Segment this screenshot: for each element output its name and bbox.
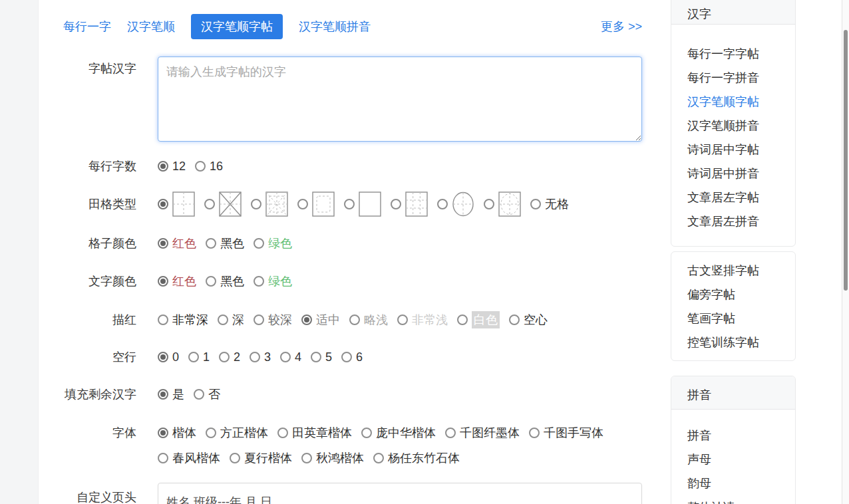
radio-option[interactable]: 12 xyxy=(158,158,186,174)
radio-option[interactable]: 千图纤墨体 xyxy=(445,425,520,441)
sidebar-item[interactable]: 每行一字字帖 xyxy=(687,42,795,66)
oval-grid-option[interactable] xyxy=(437,191,474,217)
radio-button[interactable] xyxy=(158,352,168,362)
hui-grid-option[interactable] xyxy=(297,191,335,217)
radio-option[interactable]: 庞中华楷体 xyxy=(361,425,436,441)
radio-button[interactable] xyxy=(254,276,264,287)
sidebar-item[interactable]: 每行一字拼音 xyxy=(687,66,795,90)
radio-button[interactable] xyxy=(349,315,360,325)
radio-option[interactable]: 5 xyxy=(311,349,332,365)
radio-option[interactable]: 黑色 xyxy=(206,235,244,251)
radio-button[interactable] xyxy=(250,352,260,362)
radio-button[interactable] xyxy=(158,453,168,463)
radio-option[interactable]: 16 xyxy=(195,158,223,174)
radio-button[interactable] xyxy=(206,238,216,249)
radio-option[interactable]: 0 xyxy=(158,349,179,365)
radio-button[interactable] xyxy=(158,315,168,325)
radio-option[interactable]: 4 xyxy=(280,349,301,365)
radio-button[interactable] xyxy=(361,428,372,438)
radio-button[interactable] xyxy=(254,315,264,325)
radio-option[interactable]: 秋鸿楷体 xyxy=(301,450,364,466)
radio-button[interactable] xyxy=(341,352,352,362)
radio-option[interactable]: 非常深 xyxy=(158,312,208,328)
radio-option[interactable]: 方正楷体 xyxy=(206,425,268,441)
sidebar-item[interactable]: 汉字笔顺字帖 xyxy=(687,90,795,114)
radio-button[interactable] xyxy=(301,315,312,325)
radio-button[interactable] xyxy=(529,428,540,438)
sidebar-item[interactable]: 文章居左字帖 xyxy=(687,186,795,209)
radio-option[interactable]: 空心 xyxy=(509,312,548,328)
radio-button[interactable] xyxy=(158,238,168,249)
radio-button[interactable] xyxy=(158,161,168,172)
radio-option[interactable]: 红色 xyxy=(158,235,196,251)
radio-button[interactable] xyxy=(251,199,261,209)
radio-option[interactable]: 深 xyxy=(218,312,244,328)
radio-option[interactable]: 绿色 xyxy=(254,235,292,251)
radio-button[interactable] xyxy=(344,199,355,209)
sidebar-item[interactable]: 控笔训练字帖 xyxy=(687,330,795,354)
radio-button[interactable] xyxy=(206,276,216,287)
sidebar-item[interactable]: 文章居左拼音 xyxy=(687,209,795,233)
radio-button[interactable] xyxy=(158,389,168,400)
radio-button[interactable] xyxy=(254,238,264,249)
tian-grid-option[interactable] xyxy=(158,191,195,217)
radio-option[interactable]: 白色 xyxy=(457,311,500,328)
plain-grid-option[interactable] xyxy=(344,191,381,217)
radio-option[interactable]: 3 xyxy=(250,349,271,365)
radio-option[interactable]: 6 xyxy=(341,349,363,365)
radio-button[interactable] xyxy=(280,352,291,362)
radio-option[interactable]: 是 xyxy=(158,386,184,402)
nine-grid-option[interactable] xyxy=(391,191,428,217)
radio-option[interactable]: 略浅 xyxy=(349,312,388,328)
radio-button[interactable] xyxy=(301,453,312,463)
radio-option[interactable]: 适中 xyxy=(301,312,340,328)
radio-option[interactable]: 春风楷体 xyxy=(158,450,220,466)
radio-button[interactable] xyxy=(530,199,541,209)
mi-grid-option[interactable] xyxy=(204,191,242,217)
radio-option[interactable]: 楷体 xyxy=(158,425,196,441)
radio-button[interactable] xyxy=(206,428,216,438)
sidebar-item[interactable]: 笔画字帖 xyxy=(687,307,795,330)
radio-option[interactable]: 杨任东竹石体 xyxy=(373,450,460,466)
tab-item[interactable]: 汉字笔顺 xyxy=(127,19,175,35)
radio-button[interactable] xyxy=(297,199,308,209)
radio-button[interactable] xyxy=(219,352,230,362)
scrollbar-thumb[interactable] xyxy=(844,30,848,291)
tab-item[interactable]: 汉字笔顺字帖 xyxy=(191,14,283,39)
radio-option[interactable]: 千图手写体 xyxy=(529,425,603,441)
custom-header-input[interactable] xyxy=(158,483,642,504)
radio-option[interactable]: 红色 xyxy=(158,273,196,289)
radio-option[interactable]: 绿色 xyxy=(254,273,292,289)
radio-option[interactable]: 无格 xyxy=(530,196,569,212)
sidebar-item[interactable]: 古文竖排字帖 xyxy=(687,259,795,283)
radio-button[interactable] xyxy=(373,453,384,463)
scrollbar[interactable] xyxy=(842,0,849,504)
radio-button[interactable] xyxy=(158,428,168,438)
radio-button[interactable] xyxy=(158,276,168,287)
sidebar-item[interactable]: 拼音 xyxy=(687,424,795,447)
radio-option[interactable]: 田英章楷体 xyxy=(277,425,352,441)
radio-option[interactable]: 较深 xyxy=(254,312,292,328)
radio-button[interactable] xyxy=(277,428,288,438)
more-link[interactable]: 更多 >> xyxy=(601,19,642,35)
sidebar-item[interactable]: 偏旁字帖 xyxy=(687,283,795,307)
radio-button[interactable] xyxy=(445,428,456,438)
radio-button[interactable] xyxy=(204,199,215,209)
radio-button[interactable] xyxy=(188,352,199,362)
radio-button[interactable] xyxy=(484,199,494,209)
radio-button[interactable] xyxy=(509,315,520,325)
tab-item[interactable]: 汉字笔顺拼音 xyxy=(299,19,371,35)
radio-button[interactable] xyxy=(397,315,408,325)
radio-button[interactable] xyxy=(437,199,448,209)
radio-button[interactable] xyxy=(218,315,228,325)
radio-button[interactable] xyxy=(230,453,240,463)
sidebar-item[interactable]: 诗词居中字帖 xyxy=(687,138,795,162)
radio-option[interactable]: 黑色 xyxy=(206,273,244,289)
tab-item[interactable]: 每行一字 xyxy=(63,19,111,35)
radio-option[interactable]: 1 xyxy=(188,349,210,365)
sidebar-item[interactable]: 诗词居中拼音 xyxy=(687,162,795,186)
radio-option[interactable]: 否 xyxy=(194,386,220,402)
sidebar-item[interactable]: 韵母 xyxy=(687,471,795,495)
mi-hui-grid-option[interactable] xyxy=(251,191,288,217)
sidebar-item[interactable]: 汉字笔顺拼音 xyxy=(687,114,795,138)
